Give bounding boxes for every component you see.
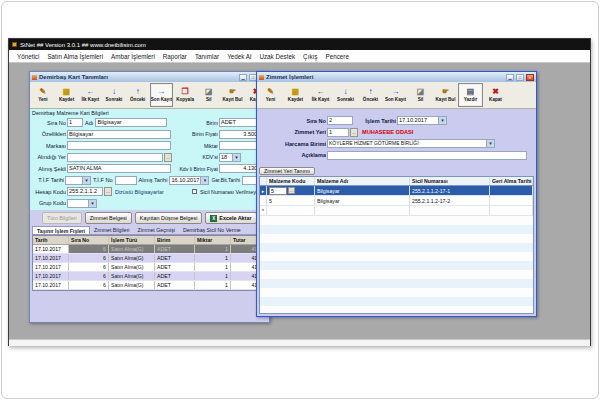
sil-button[interactable]: Sil	[197, 83, 221, 107]
kaydet-button[interactable]: Kaydet	[55, 83, 79, 107]
grup-kodu-select[interactable]	[67, 199, 97, 208]
alinis-sekli-field[interactable]: SATIN ALMA	[67, 164, 171, 173]
tif-no-field[interactable]	[115, 176, 137, 185]
menu-yonetici[interactable]: Yönetici	[13, 53, 43, 60]
son-kayit-button[interactable]: Son Kayıt	[150, 83, 174, 107]
kdv-select[interactable]: 18	[219, 153, 241, 162]
demirbas-window-title-bar[interactable]: Demirbaş Kart Tanımları ▁ □ ×	[30, 72, 269, 82]
kopyala-button[interactable]: Kopyala	[173, 83, 197, 107]
table-row[interactable]: 17.10.2017 6 Satın Alma(G) ADET 1 4130	[33, 281, 266, 290]
menu-uzak-destek[interactable]: Uzak Destek	[255, 53, 299, 60]
hesap-kodu-desc: Dizüstü Bilgisayarlar	[113, 189, 164, 195]
alinis-tarihi-select[interactable]: 16.10.2017	[169, 176, 209, 185]
table-row[interactable]: 17.10.2017 6 Satın Alma(G) ADET 1 4130	[33, 254, 266, 263]
menu-tanimlar[interactable]: Tanımlar	[191, 53, 223, 60]
main-title-bar[interactable]: StNet ## Version 3.0.1 ## www.dnetbilisi…	[9, 39, 590, 50]
birim-label: Birim	[174, 120, 218, 126]
col-sicil-numarasi[interactable]: Sicil Numarası	[410, 177, 490, 185]
hesap-kodu-lookup-button[interactable]	[104, 187, 112, 196]
pencil-icon	[40, 88, 47, 96]
table-row[interactable]: 17.10.2017 6 Satın Alma(G) ADET 1 4130	[33, 272, 266, 281]
sonraki-button[interactable]: Sonraki	[102, 83, 126, 107]
minimize-button[interactable]: ▁	[239, 74, 247, 81]
ilk-kayit-button[interactable]: İlk Kayıt	[308, 83, 333, 107]
tab-demirbas-sicil-no-verme[interactable]: Demirbaş Sicil No Verme	[179, 226, 245, 234]
table-row[interactable]: 17.10.2017 6 Satın Alma(G) ADET 1 4130	[33, 245, 266, 254]
menu-pencere[interactable]: Pencere	[321, 53, 352, 60]
menu-cikis[interactable]: Çıkış	[299, 53, 321, 60]
excele-aktar-button[interactable]: Excele Aktar	[205, 212, 256, 224]
onceki-button[interactable]: Önceki	[126, 83, 150, 107]
harcama-birimi-select[interactable]: KÖYLERE HİZMET GÖTÜRME BİRLİĞİ	[327, 139, 495, 148]
maximize-button[interactable]: □	[516, 74, 524, 81]
pencil-icon	[267, 88, 274, 96]
markasi-field[interactable]	[67, 141, 171, 150]
kaydet-button[interactable]: Kaydet	[283, 83, 308, 107]
tab-zimmet-gecmisi[interactable]: Zimmet Geçmişi	[134, 226, 179, 234]
zimmet-window-title-bar[interactable]: Zimmet İşlemleri ▁ □ ×	[257, 72, 536, 82]
grup-kodu-label: Grup Kodu	[32, 200, 66, 206]
table-row[interactable]: 5 Bilgisayar 255.2.1.1.2-17-2	[260, 196, 533, 206]
zimmet-yeri-field[interactable]: 1	[327, 128, 349, 137]
demirbas-window-icon	[32, 75, 37, 80]
kayittan-dusme-belgesi-button[interactable]: Kayıttan Düşme Belgesi	[135, 212, 203, 224]
yazdir-button[interactable]: Yazdır	[458, 83, 483, 107]
sonraki-button[interactable]: Sonraki	[333, 83, 358, 107]
zimmet-islemleri-window: Zimmet İşlemleri ▁ □ × Yeni Kaydet İlk K…	[256, 71, 537, 317]
new-row[interactable]	[260, 206, 533, 216]
harcama-birimi-label: Harcama Birimi	[266, 141, 326, 147]
sicil-verilmeyecek-checkbox[interactable]	[192, 189, 197, 194]
son-kayit-button[interactable]: Son Kayıt	[383, 83, 408, 107]
sira-no-field[interactable]: 2	[327, 116, 353, 125]
menu-bar: Yönetici Satın Alma İşlemleri Ambar İşle…	[9, 50, 590, 63]
table-row[interactable]: 17.10.2017 6 Satın Alma(G) ADET 1 4130	[33, 263, 266, 272]
malzeme-lookup-button[interactable]	[288, 187, 295, 194]
hesap-kodu-field[interactable]: 255.2.1.1.2	[67, 187, 103, 196]
menu-satin-alma-islemleri[interactable]: Satın Alma İşlemleri	[43, 53, 107, 60]
ilk-kayit-button[interactable]: İlk Kayıt	[78, 83, 102, 107]
zimmet-yeri-tanimi-button[interactable]: Zimmet Yeri Tanımı	[259, 167, 315, 175]
arrow-right-icon	[392, 88, 400, 96]
menu-raporlar[interactable]: Raporlar	[159, 53, 191, 60]
col-malzeme-adi[interactable]: Malzeme Adı	[315, 177, 410, 185]
tab-tasinir-islem-fisleri[interactable]: Taşınır İşlem Fişleri	[32, 226, 90, 234]
close-button[interactable]: ×	[526, 74, 534, 81]
sira-no-field[interactable]: 1	[67, 118, 83, 127]
zimmet-yeri-lookup-button[interactable]	[350, 128, 358, 137]
onceki-button[interactable]: Önceki	[358, 83, 383, 107]
col-geri-alma-tarihi[interactable]: Geri Alma Tarihi	[490, 177, 533, 185]
minimize-button[interactable]: ▁	[506, 74, 514, 81]
grid-header-row: Malzeme Kodu Malzeme Adı Sicil Numarası …	[260, 177, 533, 186]
sil-button[interactable]: Sil	[408, 83, 433, 107]
tif-tarihi-select[interactable]	[65, 176, 91, 185]
grid-empty-area	[260, 216, 533, 313]
zimmet-window-icon	[259, 75, 264, 80]
tum-bilgiler-button: Tüm Bilgileri	[42, 212, 82, 224]
col-tarih[interactable]: Tarih	[33, 236, 69, 244]
kayit-bul-button[interactable]: Kayıt Bul	[221, 83, 245, 107]
tab-zimmet-bilgileri[interactable]: Zimmet Bilgileri	[90, 226, 133, 234]
alinis-tarihi-label: Alınış Tarihi	[138, 177, 169, 183]
sira-no-label: Sıra No	[284, 118, 326, 124]
yeni-button[interactable]: Yeni	[258, 83, 283, 107]
adi-field[interactable]: Bilgisayar	[95, 118, 167, 127]
menu-ambar-islemleri[interactable]: Ambar İşlemleri	[107, 53, 159, 60]
zimmet-belgesi-button[interactable]: Zimmet Belgesi	[85, 212, 132, 224]
alindigi-yer-lookup-button[interactable]	[164, 153, 172, 162]
demirbas-toolbar: Yeni Kaydet İlk Kayıt Sonraki Önceki Son…	[30, 82, 269, 109]
col-birim[interactable]: Birim	[155, 236, 195, 244]
kayit-bul-button[interactable]: Kayıt Bul	[433, 83, 458, 107]
kapat-button[interactable]: Kapat	[483, 83, 508, 107]
menu-yedek-al[interactable]: Yedek Al	[223, 53, 255, 60]
table-row[interactable]: 5 Bilgisayar 255.2.1.1.2-17-1	[260, 186, 533, 196]
col-malzeme-kodu[interactable]: Malzeme Kodu	[267, 177, 315, 185]
ozellikleri-field[interactable]: Bilgisayar	[67, 130, 171, 139]
row-pointer-icon	[260, 186, 267, 195]
col-miktar[interactable]: Miktar	[195, 236, 231, 244]
islem-tarihi-select[interactable]: 17.10.2017	[397, 116, 447, 125]
col-islem-turu[interactable]: İşlem Türü	[109, 236, 155, 244]
alindigi-yer-field[interactable]	[67, 153, 163, 162]
col-sira-no[interactable]: Sıra No	[69, 236, 109, 244]
yeni-button[interactable]: Yeni	[31, 83, 55, 107]
aciklama-field[interactable]	[327, 151, 527, 160]
